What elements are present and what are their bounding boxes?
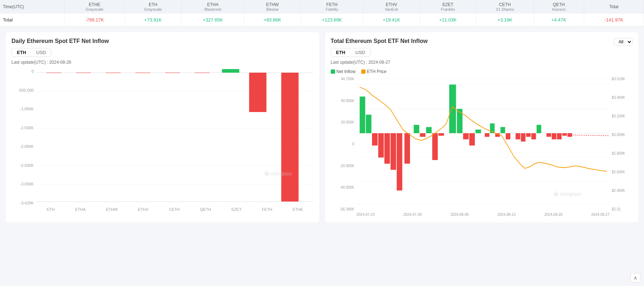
total-toggle-eth[interactable]: ETH	[331, 48, 350, 57]
svg-rect-23	[404, 133, 410, 164]
svg-rect-25	[420, 133, 425, 137]
svg-line-49	[573, 135, 610, 136]
svg-rect-31	[463, 133, 469, 139]
bar-ethe	[281, 73, 299, 202]
daily-toggle-usd[interactable]: USD	[31, 48, 51, 57]
total-chart-grid: 44.750K 40.000K 20.000K 0 -20.000K -40.0…	[331, 77, 633, 211]
etf-table: Time(UTC) ETHE Grayscale ETH Grayscale E…	[0, 0, 644, 26]
svg-rect-26	[426, 127, 431, 133]
svg-rect-24	[414, 125, 419, 133]
bar-qeth	[195, 73, 209, 73]
svg-rect-21	[390, 133, 396, 170]
daily-chart-title: Daily Ethereum Spot ETF Net Inflow	[11, 38, 314, 44]
total-chart-inner: 44.750K 40.000K 20.000K 0 -20.000K -40.0…	[331, 77, 633, 217]
col-ezet: EZET Franklin	[420, 0, 476, 14]
col-feth: FETH Fidelity	[301, 0, 363, 14]
col-ceth: CETH 21 Shares	[476, 0, 534, 14]
col-ethe: ETHE Grayscale	[65, 0, 124, 14]
svg-rect-18	[372, 133, 378, 145]
daily-y-axis: 0 -500.000 -1.000K -1.500K -2.000K -2.50…	[11, 69, 37, 205]
col-ethv: ETHV VanEck	[363, 0, 420, 14]
chart-legend: Net Inflow ETH Price	[331, 69, 633, 74]
total-x-axis: 2024-07-23 2024-07-30 2024-08-06 2024-08…	[331, 213, 633, 217]
all-select[interactable]: All	[614, 38, 633, 46]
total-chart-header: Total Ethereum Spot ETF Net Inflow ETH U…	[331, 38, 633, 60]
bar-ethw	[106, 73, 120, 73]
total-bars-svg	[357, 77, 610, 211]
col-eth: ETH Grayscale	[124, 0, 181, 14]
daily-chart-grid: 0 -500.000 -1.000K -1.500K -2.000K -2.50…	[11, 69, 314, 205]
svg-rect-40	[521, 133, 525, 141]
svg-rect-22	[397, 133, 402, 190]
total-y-right: $3.510K $3.400K $3.200K $3.000K $2.800K …	[610, 77, 633, 211]
svg-rect-48	[567, 133, 572, 137]
svg-rect-46	[557, 133, 562, 139]
total-chart-title-group: Total Ethereum Spot ETF Net Inflow ETH U…	[331, 38, 428, 60]
total-bars-area: 🏛 coinglass	[357, 77, 610, 211]
daily-chart-inner: 0 -500.000 -1.000K -1.500K -2.000K -2.50…	[11, 69, 314, 228]
svg-rect-20	[384, 133, 390, 164]
table-header-row: Time(UTC) ETHE Grayscale ETH Grayscale E…	[0, 0, 644, 14]
cell-ceth: +3.19K	[476, 14, 534, 26]
cell-qeth: +4.47K	[534, 14, 584, 26]
daily-chart-panel: Daily Ethereum Spot ETF Net Inflow ETH U…	[6, 32, 319, 222]
svg-rect-45	[552, 133, 556, 139]
col-ethw: ETHW Bitwise	[244, 0, 300, 14]
legend-net-inflow-dot	[331, 69, 335, 74]
legend-eth-price: ETH Price	[361, 69, 387, 74]
svg-rect-37	[500, 127, 505, 133]
svg-rect-16	[359, 97, 365, 133]
svg-rect-47	[562, 133, 567, 136]
svg-rect-41	[526, 133, 531, 137]
total-chart-title: Total Ethereum Spot ETF Net Inflow	[331, 38, 428, 44]
daily-x-axis: ETH ETHA ETHW ETHV CETH QETH EZET FETH E…	[11, 207, 314, 212]
bar-etha	[76, 73, 91, 73]
cell-ezet: +11.03K	[420, 14, 476, 26]
daily-toggle-eth[interactable]: ETH	[12, 48, 31, 57]
daily-bars-area: 🏛 coinglass	[37, 69, 314, 205]
svg-rect-17	[366, 115, 371, 133]
svg-rect-42	[531, 133, 536, 139]
bar-ceth	[165, 73, 180, 73]
cell-ethv: +19.41K	[363, 14, 420, 26]
svg-rect-38	[506, 133, 510, 139]
table-row: Total -799.17K +73.91K +327.65K +93.86K …	[0, 14, 644, 26]
bar-ethv	[135, 73, 150, 73]
bar-feth	[249, 73, 266, 112]
daily-bars-svg	[37, 69, 314, 205]
total-toggle-usd[interactable]: USD	[350, 48, 370, 57]
cell-ethe: -799.17K	[65, 14, 124, 26]
cell-time: Total	[0, 14, 65, 26]
svg-rect-34	[485, 133, 489, 137]
total-chart-panel: Total Ethereum Spot ETF Net Inflow ETH U…	[325, 32, 639, 222]
col-total: Total	[584, 0, 644, 14]
total-toggle-group: ETH USD	[331, 48, 371, 57]
svg-rect-44	[546, 133, 551, 137]
cell-ethw: +93.86K	[244, 14, 300, 26]
cell-etha: +327.65K	[182, 14, 244, 26]
cell-total: -141.97K	[584, 14, 644, 26]
bar-eth	[47, 73, 61, 73]
cell-eth: +73.91K	[124, 14, 181, 26]
svg-rect-43	[536, 125, 541, 133]
legend-net-inflow: Net Inflow	[331, 69, 356, 74]
daily-toggle-group: ETH USD	[11, 48, 51, 57]
col-time: Time(UTC)	[0, 0, 65, 14]
charts-section: Daily Ethereum Spot ETF Net Inflow ETH U…	[0, 26, 644, 228]
total-y-left: 44.750K 40.000K 20.000K 0 -20.000K -40.0…	[331, 77, 357, 211]
svg-rect-32	[469, 133, 475, 145]
col-etha: ETHA Blackrock	[182, 0, 244, 14]
legend-eth-price-dot	[361, 69, 366, 74]
svg-rect-39	[515, 133, 520, 139]
bar-ezet	[222, 69, 239, 73]
total-last-update: Last update(UTC) : 2024-08-27	[331, 60, 633, 65]
svg-rect-28	[438, 133, 444, 136]
svg-rect-19	[378, 133, 384, 157]
cell-feth: +123.69K	[301, 14, 363, 26]
svg-rect-27	[432, 133, 438, 160]
col-qeth: QETH Invesco	[534, 0, 584, 14]
daily-last-update: Last update(UTC) : 2024-08-26	[11, 60, 314, 65]
etf-table-section: Time(UTC) ETHE Grayscale ETH Grayscale E…	[0, 0, 644, 26]
svg-rect-33	[475, 130, 481, 133]
